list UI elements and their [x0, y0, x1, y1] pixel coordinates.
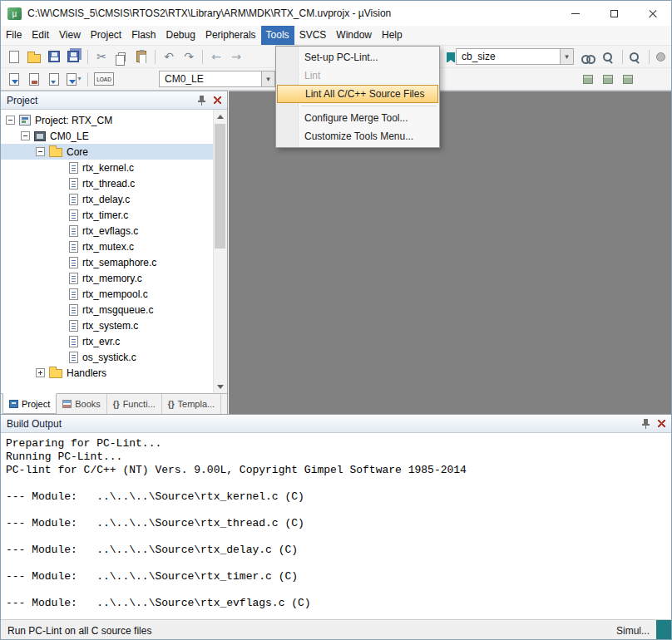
- target-select-combo[interactable]: CM0_LE ▾: [159, 71, 275, 87]
- menu-item-lint-all-sources[interactable]: Lint All C/C++ Source Files: [277, 85, 438, 103]
- find-button[interactable]: [625, 47, 645, 66]
- close-panel-button[interactable]: [655, 417, 668, 430]
- maximize-button[interactable]: [595, 1, 633, 26]
- menu-tools[interactable]: Tools: [261, 26, 294, 45]
- menu-item-configure-merge-tool[interactable]: Configure Merge Tool...: [276, 109, 439, 127]
- source-file-icon: [69, 336, 78, 347]
- rebuild-button[interactable]: [44, 70, 64, 89]
- menu-flash[interactable]: Flash: [126, 26, 161, 45]
- scroll-up-button[interactable]: [214, 110, 227, 123]
- tree-item-file[interactable]: rtx_semaphore.c: [1, 254, 213, 270]
- close-panel-button[interactable]: [210, 94, 224, 106]
- menu-help[interactable]: Help: [377, 26, 408, 45]
- templates-tab-icon: {}: [168, 400, 175, 409]
- manage-rte-button[interactable]: [578, 70, 598, 89]
- tree-item-group-handlers[interactable]: Handlers: [1, 365, 213, 381]
- tree-item-file[interactable]: rtx_mutex.c: [1, 239, 213, 254]
- tab-project[interactable]: Project: [2, 393, 57, 414]
- menu-debug[interactable]: Debug: [161, 26, 200, 45]
- menu-peripherals[interactable]: Peripherals: [200, 26, 261, 45]
- save-all-button[interactable]: [64, 47, 84, 66]
- find-combo-dropdown[interactable]: ▾: [560, 49, 573, 64]
- tab-books[interactable]: Books: [57, 394, 107, 414]
- scroll-down-button[interactable]: [214, 380, 227, 393]
- undo-button[interactable]: ↶: [159, 47, 179, 66]
- load-button[interactable]: LOAD: [91, 70, 116, 89]
- pack-installer-button[interactable]: [598, 70, 618, 89]
- tab-templates[interactable]: {} Templa...: [162, 394, 221, 414]
- menu-item-setup-pc-lint[interactable]: Set-up PC-Lint...: [276, 48, 439, 66]
- navigate-back-button[interactable]: ←: [206, 47, 226, 66]
- paste-button[interactable]: [131, 47, 151, 66]
- menubar: File Edit View Project Flash Debug Perip…: [1, 26, 671, 46]
- manage-components-button[interactable]: [618, 70, 638, 89]
- pin-panel-button[interactable]: [639, 417, 652, 430]
- menu-item-customize-tools-menu[interactable]: Customize Tools Menu...: [276, 127, 439, 145]
- tree-item-label: rtx_system.c: [82, 320, 138, 332]
- menu-edit[interactable]: Edit: [27, 26, 54, 45]
- manage-components-icon: [623, 75, 633, 84]
- tree-item-file[interactable]: rtx_thread.c: [1, 175, 213, 191]
- tab-functions[interactable]: {} Functi...: [107, 394, 162, 414]
- build-icon: [29, 73, 39, 86]
- minimize-button[interactable]: [556, 1, 595, 26]
- menu-view[interactable]: View: [54, 26, 86, 45]
- target-combo-dropdown[interactable]: ▾: [261, 71, 274, 86]
- save-icon: [48, 51, 60, 62]
- tree-item-label: CM0_LE: [50, 130, 89, 142]
- menu-item-lint[interactable]: Lint: [276, 66, 439, 85]
- find-combo[interactable]: cb_size ▾: [456, 48, 574, 65]
- collapse-expander-icon[interactable]: [6, 116, 15, 125]
- build-output-panel: Build Output Preparing for PC-Lint... Ru…: [1, 414, 671, 619]
- tree-item-label: rtx_thread.c: [82, 178, 135, 190]
- project-tree: Project: RTX_CM CM0_LE Core rtx_kernel.c…: [1, 110, 213, 393]
- menu-window[interactable]: Window: [331, 26, 377, 45]
- menu-project[interactable]: Project: [86, 26, 126, 45]
- tree-item-label: rtx_kernel.c: [82, 162, 134, 174]
- tree-item-file[interactable]: rtx_delay.c: [1, 191, 213, 207]
- close-button[interactable]: [633, 1, 671, 26]
- batch-build-icon: [67, 73, 77, 86]
- source-file-icon: [69, 257, 78, 268]
- scrollbar-thumb[interactable]: [215, 124, 225, 249]
- tree-item-file[interactable]: rtx_system.c: [1, 318, 213, 333]
- tree-item-file[interactable]: rtx_msgqueue.c: [1, 302, 213, 318]
- collapse-expander-icon[interactable]: [21, 131, 30, 140]
- menu-svcs[interactable]: SVCS: [294, 26, 332, 45]
- cut-button[interactable]: ✂: [91, 47, 111, 66]
- tree-item-group-core[interactable]: Core: [1, 144, 213, 160]
- project-root-icon: [19, 115, 31, 126]
- incremental-find-button[interactable]: [598, 47, 618, 66]
- open-file-button[interactable]: [24, 47, 44, 66]
- tree-item-file[interactable]: rtx_memory.c: [1, 270, 213, 286]
- tree-item-project-root[interactable]: Project: RTX_CM: [1, 112, 213, 128]
- tree-item-file[interactable]: rtx_kernel.c: [1, 160, 213, 175]
- menu-file[interactable]: File: [1, 26, 27, 45]
- translate-button[interactable]: [4, 70, 24, 89]
- new-file-button[interactable]: [4, 47, 24, 66]
- expand-expander-icon[interactable]: [36, 368, 45, 377]
- tree-item-file[interactable]: rtx_timer.c: [1, 207, 213, 223]
- tree-item-file[interactable]: rtx_mempool.c: [1, 286, 213, 302]
- chevron-down-icon: ▾: [266, 76, 270, 83]
- tree-vertical-scrollbar[interactable]: [213, 110, 227, 393]
- toolbar-separator: [649, 50, 650, 64]
- tree-item-file[interactable]: rtx_evflags.c: [1, 223, 213, 239]
- functions-tab-icon: {}: [113, 400, 120, 409]
- batch-build-button[interactable]: ▾: [64, 70, 84, 89]
- tree-item-label: rtx_mutex.c: [82, 241, 134, 253]
- build-button[interactable]: [24, 70, 44, 89]
- pin-panel-button[interactable]: [195, 94, 208, 106]
- build-output-console[interactable]: Preparing for PC-Lint... Running PC-Lint…: [1, 433, 671, 619]
- tree-item-target[interactable]: CM0_LE: [1, 128, 213, 144]
- find-in-files-button[interactable]: [578, 47, 598, 66]
- save-button[interactable]: [44, 47, 64, 66]
- tree-item-file[interactable]: os_systick.c: [1, 349, 213, 365]
- breakpoint-button[interactable]: [650, 47, 670, 66]
- redo-button[interactable]: ↷: [179, 47, 199, 66]
- tree-item-label: rtx_evr.c: [82, 336, 120, 347]
- copy-button[interactable]: [111, 47, 131, 66]
- navigate-forward-button[interactable]: →: [226, 47, 246, 66]
- collapse-expander-icon[interactable]: [36, 147, 45, 156]
- tree-item-file[interactable]: rtx_evr.c: [1, 333, 213, 349]
